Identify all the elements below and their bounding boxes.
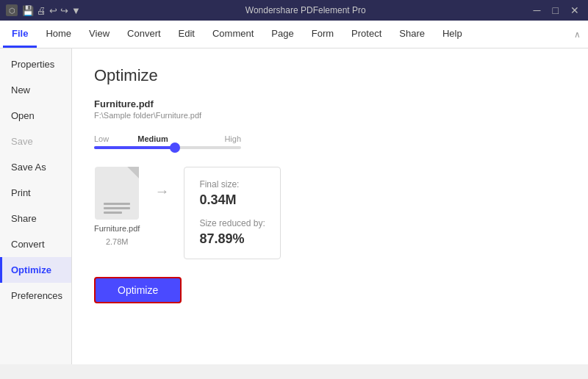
page-title: Optimize xyxy=(94,66,566,85)
sidebar-item-print[interactable]: Print xyxy=(0,180,71,206)
undo-icon[interactable]: ↩ xyxy=(49,5,57,16)
result-box: Final size: 0.34M Size reduced by: 87.89… xyxy=(184,167,280,259)
sidebar-item-save: Save xyxy=(0,129,71,154)
customize-icon[interactable]: ▼ xyxy=(71,5,81,16)
slider-fill xyxy=(94,146,175,149)
optimize-button[interactable]: Optimize xyxy=(94,277,182,303)
redo-icon[interactable]: ↪ xyxy=(60,5,68,16)
menu-bar: File Home View Convert Edit Comment Page… xyxy=(0,21,588,48)
file-preview-area: Furniture.pdf 2.78M → Final size: 0.34M … xyxy=(94,167,566,259)
file-line-2 xyxy=(104,207,130,209)
menu-collapse-icon[interactable]: ∧ xyxy=(570,29,585,40)
content-area: Optimize Furniture.pdf F:\Sample folder\… xyxy=(72,48,588,364)
final-size-label: Final size: xyxy=(199,179,265,190)
final-size-value: 0.34M xyxy=(199,192,265,208)
print-icon[interactable]: 🖨 xyxy=(37,5,46,16)
sidebar-item-convert[interactable]: Convert xyxy=(0,231,71,257)
menu-file[interactable]: File xyxy=(3,21,37,48)
reduced-by-label: Size reduced by: xyxy=(199,218,265,228)
sidebar-item-preferences[interactable]: Preferences xyxy=(0,283,71,308)
window-controls[interactable]: ─ □ ✕ xyxy=(531,4,582,16)
sidebar-item-save-as[interactable]: Save As xyxy=(0,154,71,180)
sidebar: Properties New Open Save Save As Print S… xyxy=(0,48,72,364)
menu-form[interactable]: Form xyxy=(303,21,343,48)
maximize-button[interactable]: □ xyxy=(550,4,562,16)
menu-protect[interactable]: Protect xyxy=(343,21,390,48)
file-line-3 xyxy=(104,212,122,214)
menu-help[interactable]: Help xyxy=(434,21,471,48)
title-bar: ⬡ 💾 🖨 ↩ ↪ ▼ Wondershare PDFelement Pro ─… xyxy=(0,0,588,21)
sidebar-item-optimize[interactable]: Optimize xyxy=(0,257,71,283)
menu-right: ∧ xyxy=(570,21,585,48)
sidebar-item-share[interactable]: Share xyxy=(0,206,71,231)
preview-file-size: 2.78M xyxy=(106,237,129,246)
arrow-icon: → xyxy=(154,183,169,200)
close-button[interactable]: ✕ xyxy=(567,4,582,16)
preview-file-name: Furniture.pdf xyxy=(94,224,140,233)
file-icon xyxy=(95,167,139,220)
quality-slider-section: Low Medium High xyxy=(94,134,566,149)
save-icon[interactable]: 💾 xyxy=(22,5,34,16)
menu-convert[interactable]: Convert xyxy=(118,21,170,48)
menu-edit[interactable]: Edit xyxy=(170,21,204,48)
sidebar-item-properties[interactable]: Properties xyxy=(0,51,71,77)
sidebar-item-new[interactable]: New xyxy=(0,77,71,103)
file-line-1 xyxy=(104,203,130,205)
slider-label-low: Low xyxy=(94,134,109,143)
file-preview: Furniture.pdf 2.78M xyxy=(94,167,140,246)
menu-share[interactable]: Share xyxy=(390,21,434,48)
sidebar-item-open[interactable]: Open xyxy=(0,103,71,129)
slider-label-high: High xyxy=(224,134,241,143)
menu-comment[interactable]: Comment xyxy=(204,21,262,48)
slider-track[interactable] xyxy=(94,146,241,149)
menu-home[interactable]: Home xyxy=(37,21,80,48)
quick-access-toolbar: 💾 🖨 ↩ ↪ ▼ xyxy=(22,5,81,16)
menu-view[interactable]: View xyxy=(80,21,118,48)
reduced-by-value: 87.89% xyxy=(199,231,265,247)
file-name: Furniture.pdf xyxy=(94,98,566,109)
minimize-button[interactable]: ─ xyxy=(531,4,544,16)
file-icon-lines xyxy=(104,203,130,214)
slider-labels: Low Medium High xyxy=(94,134,241,143)
app-icon: ⬡ xyxy=(6,4,18,16)
menu-page[interactable]: Page xyxy=(262,21,302,48)
file-path: F:\Sample folder\Furniture.pdf xyxy=(94,111,566,120)
slider-label-medium: Medium xyxy=(137,134,168,143)
window-title: Wondershare PDFelement Pro xyxy=(81,5,531,15)
slider-thumb[interactable] xyxy=(170,142,180,153)
title-bar-left: ⬡ 💾 🖨 ↩ ↪ ▼ xyxy=(6,4,81,16)
main-layout: Properties New Open Save Save As Print S… xyxy=(0,48,588,364)
